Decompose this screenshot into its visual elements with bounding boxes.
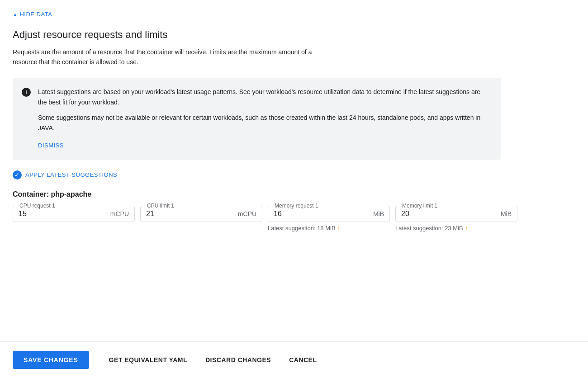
up-arrow-icon-2: ↑ bbox=[465, 225, 468, 232]
memory-limit-unit: MiB bbox=[501, 210, 512, 217]
hide-data-label: HIDE DATA bbox=[19, 11, 52, 18]
info-line1: Latest suggestions are based on your wor… bbox=[38, 87, 490, 107]
cpu-request-label: CPU request 1 bbox=[18, 203, 57, 209]
info-box: i Latest suggestions are based on your w… bbox=[13, 78, 501, 159]
cpu-limit-unit: mCPU bbox=[238, 210, 256, 217]
container-section: Container: php-apache CPU request 1 mCPU… bbox=[13, 190, 575, 232]
memory-request-unit: MiB bbox=[373, 210, 384, 217]
memory-limit-field: Memory limit 1 MiB bbox=[395, 206, 517, 222]
info-icon: i bbox=[22, 88, 31, 97]
page-title: Adjust resource requests and limits bbox=[13, 28, 575, 42]
save-changes-button[interactable]: SAVE CHANGES bbox=[13, 351, 89, 369]
get-yaml-button[interactable]: GET EQUIVALENT YAML bbox=[100, 351, 196, 369]
memory-limit-group: Memory limit 1 MiB Latest suggestion: 23… bbox=[395, 206, 517, 232]
memory-request-label: Memory request 1 bbox=[273, 203, 320, 209]
memory-request-field: Memory request 1 MiB bbox=[268, 206, 390, 222]
apply-suggestions-button[interactable]: ✓ APPLY LATEST SUGGESTIONS bbox=[13, 170, 575, 180]
cpu-limit-label: CPU limit 1 bbox=[145, 203, 176, 209]
up-arrow-icon: ↑ bbox=[337, 225, 341, 232]
cpu-request-input[interactable] bbox=[19, 210, 107, 218]
cpu-request-unit: mCPU bbox=[110, 210, 129, 217]
hide-data-link[interactable]: ▲ HIDE DATA bbox=[13, 11, 575, 18]
cpu-limit-group: CPU limit 1 mCPU bbox=[140, 206, 262, 232]
memory-request-suggestion: Latest suggestion: 18 MiB ↑ bbox=[268, 225, 390, 232]
memory-limit-suggestion: Latest suggestion: 23 MiB ↑ bbox=[395, 225, 517, 232]
info-text: Latest suggestions are based on your wor… bbox=[38, 87, 490, 150]
memory-limit-label: Memory limit 1 bbox=[400, 203, 439, 209]
apply-suggestions-label: APPLY LATEST SUGGESTIONS bbox=[25, 171, 117, 178]
chevron-up-icon: ▲ bbox=[13, 12, 18, 17]
memory-request-group: Memory request 1 MiB Latest suggestion: … bbox=[268, 206, 390, 232]
cpu-request-group: CPU request 1 mCPU bbox=[13, 206, 135, 232]
dismiss-link[interactable]: DISMISS bbox=[38, 142, 64, 149]
discard-changes-button[interactable]: DISCARD CHANGES bbox=[196, 351, 280, 369]
footer: SAVE CHANGES GET EQUIVALENT YAML DISCARD… bbox=[0, 341, 588, 378]
cpu-limit-field: CPU limit 1 mCPU bbox=[140, 206, 262, 222]
info-line2: Some suggestions may not be available or… bbox=[38, 113, 490, 133]
memory-limit-input[interactable] bbox=[401, 210, 497, 218]
checkmark-icon: ✓ bbox=[13, 170, 22, 180]
cpu-limit-input[interactable] bbox=[146, 210, 234, 218]
fields-row: CPU request 1 mCPU CPU limit 1 mCPU bbox=[13, 206, 575, 232]
cancel-button[interactable]: CANCEL bbox=[280, 351, 326, 369]
container-name: Container: php-apache bbox=[13, 190, 575, 198]
page-description: Requests are the amount of a resource th… bbox=[13, 47, 329, 67]
cpu-request-field: CPU request 1 mCPU bbox=[13, 206, 135, 222]
memory-request-input[interactable] bbox=[274, 210, 370, 218]
